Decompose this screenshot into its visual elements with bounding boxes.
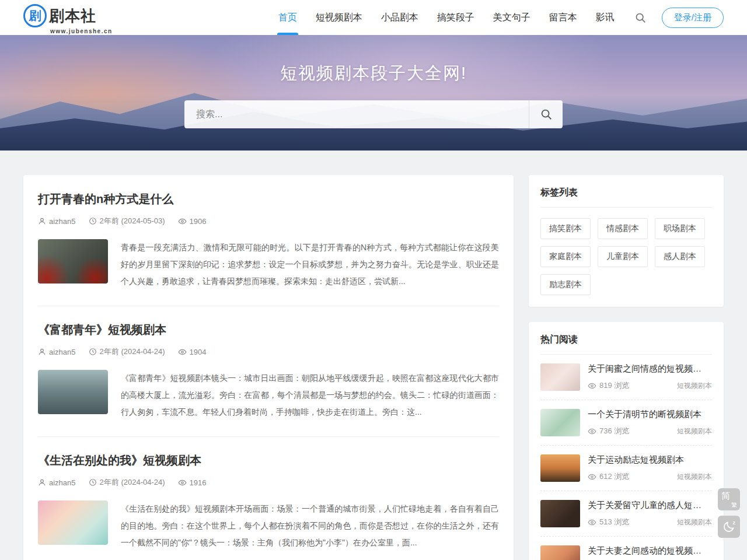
view-count: 1904 [190, 348, 207, 356]
nav-item-movie-news[interactable]: 影讯 [587, 0, 624, 35]
nav-item-sketch-scripts[interactable]: 小品剧本 [372, 0, 428, 35]
logo-character: 剧 [29, 8, 41, 24]
hot-item-title: 关于闺蜜之间情感的短视频… [588, 363, 712, 374]
hot-item-title: 关于运动励志短视频剧本 [588, 454, 712, 466]
publish-date: 2年前 (2024-04-24) [100, 346, 165, 357]
date-meta: 2年前 (2024-05-03) [89, 216, 165, 226]
site-name: 剧本社 [49, 6, 96, 26]
main-nav: 首页 短视频剧本 小品剧本 搞笑段子 美文句子 留言本 影讯 [269, 0, 624, 35]
hero-banner: 短视频剧本段子大全网! [0, 35, 747, 150]
tag-workplace[interactable]: 职场剧本 [655, 218, 705, 239]
hot-item-views: 736 浏览 [588, 426, 629, 436]
nav-item-home[interactable]: 首页 [269, 0, 306, 35]
dark-mode-toggle[interactable]: z [718, 516, 740, 538]
author-meta: aizhan5 [38, 478, 76, 487]
view-count: 1916 [190, 478, 207, 487]
nav-item-funny-jokes[interactable]: 搞笑段子 [428, 0, 484, 35]
hot-read-item[interactable]: 一个关于清明节的断视频剧本 736 浏览 短视频剧本 [540, 400, 712, 446]
tag-family[interactable]: 家庭剧本 [540, 246, 591, 267]
hot-item-thumbnail [540, 500, 580, 527]
nav-item-guestbook[interactable]: 留言本 [540, 0, 587, 35]
date-meta: 2年前 (2024-04-24) [89, 346, 165, 357]
article-item: 《生活在别处的我》短视频剧本 aizhan5 2年前 (2024-04-24) … [38, 453, 499, 551]
tag-children[interactable]: 儿童剧本 [598, 246, 648, 267]
author-name: aizhan5 [49, 217, 76, 226]
view-count: 612 浏览 [599, 471, 629, 482]
tag-funny[interactable]: 搞笑剧本 [540, 218, 591, 239]
floating-toolbar: 简 繁 z [718, 488, 740, 538]
eye-icon [588, 427, 596, 436]
search-icon[interactable] [634, 12, 647, 24]
article-thumbnail[interactable] [38, 370, 108, 414]
hot-reads-card: 热门阅读 关于闺蜜之间情感的短视频… 819 浏览 短视频剧本 [529, 322, 724, 560]
hot-read-item[interactable]: 关于运动励志短视频剧本 612 浏览 短视频剧本 [540, 446, 712, 491]
sleep-z-label: z [733, 520, 736, 526]
traditional-label: 繁 [731, 502, 737, 508]
view-count: 513 浏览 [599, 517, 629, 527]
tag-touching[interactable]: 感人剧本 [655, 246, 705, 267]
article-excerpt: 青春是一段充满活力、激情和无限可能的时光。以下是打开青春的N种方式，每种方式都能… [121, 239, 499, 290]
eye-icon [588, 382, 596, 390]
tag-list-title: 标签列表 [540, 187, 712, 208]
site-domain: www.jubenshe.cn [50, 28, 113, 34]
views-meta: 1906 [178, 217, 207, 226]
publish-date: 2年前 (2024-04-24) [100, 477, 165, 488]
top-navbar: 剧 剧本社 www.jubenshe.cn 首页 短视频剧本 小品剧本 搞笑段子… [0, 0, 747, 35]
article-title[interactable]: 打开青春的n种方式是什么 [38, 191, 499, 207]
author-meta: aizhan5 [38, 348, 76, 356]
author-name: aizhan5 [49, 348, 76, 356]
hero-search-button[interactable] [529, 100, 563, 128]
site-logo[interactable]: 剧 剧本社 www.jubenshe.cn [23, 4, 96, 31]
nav-item-beautiful-sentences[interactable]: 美文句子 [484, 0, 540, 35]
date-meta: 2年前 (2024-04-24) [89, 477, 165, 488]
article-meta: aizhan5 2年前 (2024-04-24) 1904 [38, 346, 499, 357]
user-icon [38, 217, 46, 225]
logo-icon: 剧 [23, 4, 47, 27]
nav-item-short-video-scripts[interactable]: 短视频剧本 [306, 0, 372, 35]
tag-emotion[interactable]: 情感剧本 [598, 218, 648, 239]
simplified-traditional-toggle[interactable]: 简 繁 [718, 488, 740, 510]
hot-item-thumbnail [540, 409, 580, 436]
eye-icon [178, 478, 187, 487]
eye-icon [178, 217, 187, 226]
eye-icon [178, 348, 187, 356]
sidebar: 标签列表 搞笑剧本 情感剧本 职场剧本 家庭剧本 儿童剧本 感人剧本 励志剧本 … [529, 175, 724, 560]
hot-item-category[interactable]: 短视频剧本 [677, 472, 712, 482]
hero-search-input[interactable] [184, 100, 529, 128]
hot-item-thumbnail [540, 545, 580, 560]
article-item: 《富都青年》短视频剧本 aizhan5 2年前 (2024-04-24) 190… [38, 322, 499, 421]
user-icon [38, 478, 46, 487]
hot-item-thumbnail [540, 363, 580, 391]
hot-read-item[interactable]: 关于闺蜜之间情感的短视频… 819 浏览 短视频剧本 [540, 355, 712, 400]
tag-inspirational[interactable]: 励志剧本 [540, 274, 591, 295]
hot-read-item[interactable]: 关于关爱留守儿童的感人短… 513 浏览 短视频剧本 [540, 491, 712, 537]
article-item: 打开青春的n种方式是什么 aizhan5 2年前 (2024-05-03) 19… [38, 191, 499, 290]
article-title[interactable]: 《生活在别处的我》短视频剧本 [38, 453, 499, 468]
article-thumbnail[interactable] [38, 239, 108, 284]
hot-read-item[interactable]: 关于夫妻之间感动的短视频… 493 浏览 短视频剧本 [540, 537, 712, 560]
article-title[interactable]: 《富都青年》短视频剧本 [38, 322, 499, 338]
divider [38, 306, 499, 306]
view-count: 1906 [190, 217, 207, 226]
views-meta: 1916 [178, 478, 207, 487]
article-excerpt: 《富都青年》短视频剧本镜头一：城市日出画面：朝阳从地平线缓缓升起，映照在富都这座… [121, 370, 499, 421]
hot-item-category[interactable]: 短视频剧本 [677, 426, 712, 436]
hot-item-views: 612 浏览 [588, 471, 629, 482]
views-meta: 1904 [178, 348, 207, 356]
hot-item-category[interactable]: 短视频剧本 [677, 381, 712, 391]
login-register-button[interactable]: 登录/注册 [662, 8, 724, 28]
eye-icon [588, 518, 596, 527]
article-list: 打开青春的n种方式是什么 aizhan5 2年前 (2024-05-03) 19… [23, 175, 514, 560]
hero-title: 短视频剧本段子大全网! [0, 35, 747, 85]
article-thumbnail[interactable] [38, 501, 108, 545]
clock-icon [89, 217, 97, 225]
clock-icon [89, 348, 97, 356]
hero-search-bar [184, 100, 563, 128]
hot-item-thumbnail [540, 454, 580, 482]
clock-icon [89, 478, 97, 487]
view-count: 819 浏览 [599, 380, 629, 391]
view-count: 736 浏览 [599, 426, 629, 436]
hot-item-views: 513 浏览 [588, 517, 629, 527]
eye-icon [588, 473, 596, 481]
hot-item-category[interactable]: 短视频剧本 [677, 517, 712, 527]
